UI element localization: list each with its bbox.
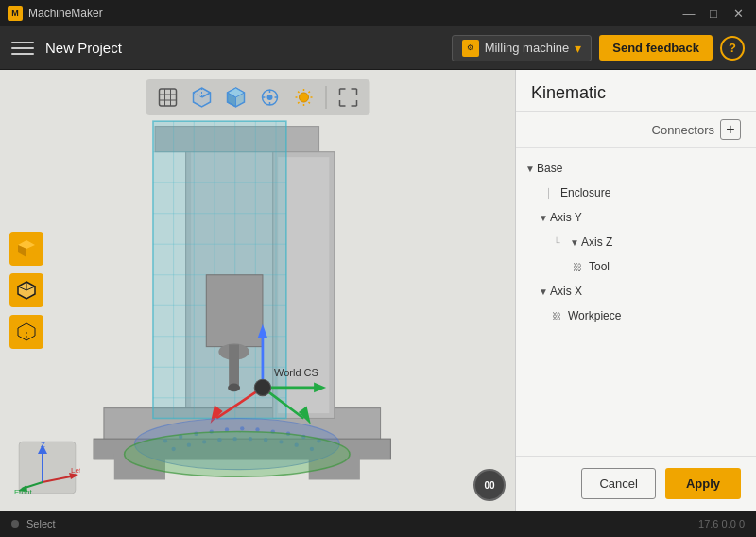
app-logo: M (8, 6, 23, 21)
feedback-button[interactable]: Send feedback (599, 35, 713, 61)
svg-rect-114 (19, 442, 76, 494)
panel-footer: Cancel Apply (516, 456, 756, 511)
app-title: MachineMaker (28, 7, 103, 20)
titlebar: M MachineMaker — □ ✕ (0, 0, 756, 26)
kinematic-title: Kinematic (516, 70, 756, 112)
machine-selector[interactable]: ⚙ Milling machine ▾ (452, 35, 593, 61)
kinematic-panel: Kinematic Connectors + ▼ Base │ Enclosur… (516, 70, 756, 511)
tree-node-axis-y[interactable]: ▼ Axis Y (516, 205, 756, 230)
tree-label-workpiece: Workpiece (568, 309, 621, 322)
svg-point-104 (228, 384, 240, 392)
cancel-button[interactable]: Cancel (581, 468, 655, 499)
maximize-button[interactable]: □ (703, 3, 724, 24)
svg-point-79 (254, 379, 270, 395)
help-button[interactable]: ? (720, 36, 745, 61)
tree-node-tool[interactable]: ⛓ Tool (516, 254, 756, 279)
dropdown-chevron-icon: ▾ (575, 41, 581, 56)
workpiece-chain-icon: ⛓ (550, 309, 563, 322)
speed-indicator: 00 (473, 469, 506, 501)
tree-label-enclosure: Enclosure (560, 186, 610, 199)
tree-node-axis-z[interactable]: └ ▼ Axis Z (516, 230, 756, 254)
titlebar-left: M MachineMaker (8, 6, 103, 21)
status-left: Select (11, 518, 56, 529)
svg-rect-69 (206, 275, 263, 347)
tree-node-axis-x[interactable]: ▼ Axis X (516, 279, 756, 303)
toolbar-right: ⚙ Milling machine ▾ Send feedback ? (452, 35, 745, 61)
status-coords: 17.6 0.0 0 (698, 518, 745, 529)
minimize-button[interactable]: — (679, 3, 699, 24)
svg-rect-103 (229, 344, 239, 385)
svg-point-87 (255, 427, 259, 431)
tree-node-workpiece[interactable]: ⛓ Workpiece (516, 303, 756, 328)
tree-label-axis-y: Axis Y (550, 211, 582, 224)
tree-node-enclosure[interactable]: │ Enclosure (516, 181, 756, 205)
machine-name: Milling machine (485, 41, 570, 55)
kinematic-tree: ▼ Base │ Enclosure ▼ Axis Y (516, 148, 756, 456)
tree-arrow-axis-x: ▼ (537, 285, 550, 298)
status-select-label: Select (26, 518, 56, 529)
axis-gizmo: Z Left Front (14, 440, 80, 496)
viewport[interactable]: World CS 00 Z Left Front (0, 70, 515, 511)
connectors-label: Connectors (652, 123, 714, 137)
main-toolbar: New Project ⚙ Milling machine ▾ Send fee… (0, 26, 756, 70)
right-panel: Kinematic Connectors + ▼ Base │ Enclosur… (515, 70, 756, 511)
world-cs-label: World CS (274, 367, 318, 378)
status-indicator (11, 520, 19, 528)
tree-arrow-base: ▼ (524, 162, 537, 175)
tree-label-base: Base (537, 162, 562, 175)
tree-corner-icon: └ (550, 235, 563, 249)
tree-label-axis-x: Axis X (550, 285, 582, 298)
add-connector-button[interactable]: + (720, 119, 741, 140)
close-button[interactable]: ✕ (728, 3, 748, 24)
tree-arrow-axis-z: ▼ (568, 235, 581, 249)
svg-rect-53 (153, 121, 286, 418)
svg-point-102 (125, 432, 350, 477)
project-title: New Project (45, 40, 440, 56)
tool-chain-icon: ⛓ (571, 260, 584, 273)
tree-line-icon: │ (542, 186, 556, 199)
menu-button[interactable] (11, 37, 34, 60)
svg-point-86 (240, 426, 244, 430)
tree-arrow-axis-y: ▼ (537, 211, 550, 224)
tree-label-tool: Tool (589, 260, 610, 273)
tree-node-base[interactable]: ▼ Base (516, 156, 756, 181)
main-area: Model Kinematic Simulation Style (0, 70, 756, 511)
connectors-bar: Connectors + (516, 112, 756, 148)
window-controls: — □ ✕ (679, 3, 748, 24)
machine-icon: ⚙ (462, 40, 479, 57)
apply-button[interactable]: Apply (665, 468, 741, 499)
tree-label-axis-z: Axis Z (581, 235, 612, 249)
viewport-bottom: 00 (473, 469, 506, 501)
statusbar: Select 17.6 0.0 0 (0, 511, 756, 537)
